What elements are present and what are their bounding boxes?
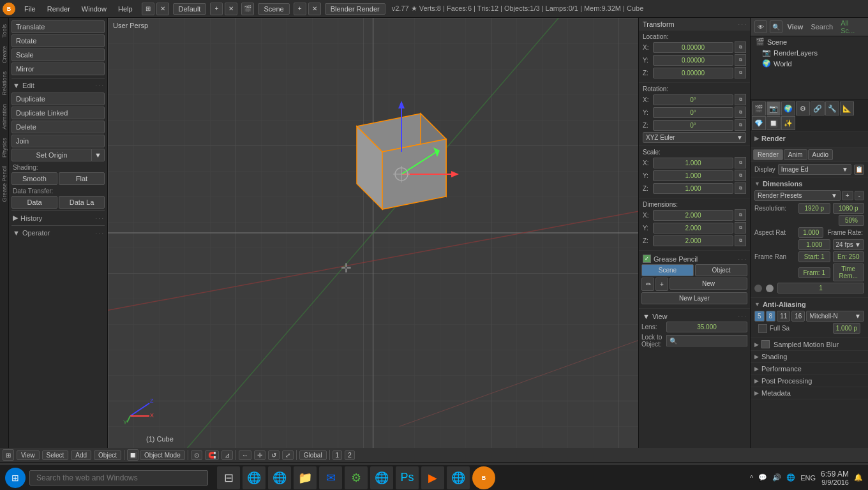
start-frame-input[interactable]: Start: 1: [798, 251, 830, 262]
operator-section-header[interactable]: ▼ Operator · · ·: [11, 227, 105, 239]
scene-selector[interactable]: Scene: [258, 3, 289, 15]
aa-5-btn[interactable]: 5: [754, 311, 765, 322]
lock-object-input[interactable]: 🔍: [666, 335, 747, 346]
remove-scene-icon[interactable]: ✕: [308, 3, 321, 15]
rotation-y-input[interactable]: 0°: [653, 107, 733, 118]
prop-tab-scene[interactable]: 🎬: [752, 101, 766, 115]
help-menu[interactable]: Help: [113, 4, 138, 14]
prop-tab-particles[interactable]: ✨: [781, 116, 795, 130]
add-menu-btn[interactable]: Add: [71, 450, 91, 460]
animation-tab[interactable]: Animation: [0, 100, 9, 133]
full-sample-val[interactable]: 1.000 p: [833, 323, 860, 334]
prop-tab-world[interactable]: 🌍: [781, 101, 795, 115]
dim-y-input[interactable]: 2.000: [653, 223, 733, 234]
rotation-z-input[interactable]: 0°: [653, 120, 733, 131]
location-z-input[interactable]: 0.00000: [653, 68, 733, 78]
delete-button[interactable]: Delete: [11, 121, 105, 133]
aa-16-btn[interactable]: 16: [791, 311, 805, 322]
full-sample-checkbox[interactable]: [758, 324, 767, 333]
layer1-btn[interactable]: 1: [333, 450, 343, 460]
taskbar-app-ie[interactable]: 🌐: [243, 466, 266, 489]
end-frame-input[interactable]: En: 250: [833, 251, 865, 262]
taskbar-app-explorer[interactable]: 📁: [294, 466, 317, 489]
rotation-x-input[interactable]: 0°: [653, 94, 733, 105]
scale-z-copy[interactable]: ⧉: [735, 182, 746, 194]
flat-button[interactable]: Flat: [59, 172, 105, 185]
scale-x-copy[interactable]: ⧉: [735, 157, 746, 168]
lens-input[interactable]: 35.000: [666, 322, 747, 332]
prop-tab-modifiers[interactable]: 🔧: [825, 101, 839, 115]
gp-new-button[interactable]: New: [670, 278, 747, 290]
prop-tab-data[interactable]: 📐: [840, 101, 854, 115]
proportional-btn[interactable]: ⊿: [221, 450, 233, 460]
sampled-motion-row[interactable]: ▶ Sampled Motion Blur: [751, 338, 868, 351]
grease-pencil-header[interactable]: ✓ Grease Pencil · · ·: [641, 253, 747, 264]
dim-x-copy[interactable]: ⧉: [735, 209, 746, 221]
cube-3d[interactable]: [318, 101, 465, 241]
translate-gizmo-btn[interactable]: ✛: [254, 450, 266, 460]
taskbar-search[interactable]: [29, 470, 208, 486]
outliner-search-btn[interactable]: 🔍: [770, 20, 782, 33]
res-y-input[interactable]: 1080 p: [833, 203, 865, 214]
mirror-button[interactable]: Mirror: [11, 63, 105, 75]
manipulator-btn[interactable]: ↔: [239, 450, 251, 460]
viewport[interactable]: User Persp: [108, 18, 638, 448]
edit-section-header[interactable]: ▼ Edit · · ·: [11, 80, 105, 91]
view-menu-btn[interactable]: View: [17, 450, 40, 460]
tools-tab[interactable]: Tools: [0, 20, 9, 41]
prop-tab-texture[interactable]: 🔲: [767, 116, 781, 130]
dim-x-input[interactable]: 2.000: [653, 210, 733, 221]
add-scene-icon[interactable]: +: [294, 3, 306, 15]
add-preset-btn[interactable]: +: [842, 191, 853, 200]
workspace-selector[interactable]: Default: [173, 3, 207, 15]
rotation-z-copy[interactable]: ⧉: [735, 119, 746, 131]
scale-z-input[interactable]: 1.000: [653, 183, 733, 194]
snap-btn[interactable]: 🧲: [205, 450, 219, 460]
set-origin-arrow[interactable]: ▼: [92, 149, 105, 161]
scale-y-input[interactable]: 1.000: [653, 170, 733, 181]
grease-pencil-checkbox[interactable]: ✓: [643, 255, 651, 263]
view-section-header[interactable]: ▼ View · · ·: [641, 311, 747, 322]
percent-input[interactable]: 50%: [839, 215, 864, 226]
file-menu[interactable]: File: [19, 4, 41, 14]
aa-11-btn[interactable]: 11: [777, 311, 790, 322]
layer2-btn[interactable]: 2: [345, 450, 355, 460]
grease-pencil-side-tab[interactable]: Grease Pencil: [0, 162, 9, 206]
close-layout-icon[interactable]: ✕: [156, 3, 169, 15]
scene-item[interactable]: 🎬 Scene: [751, 36, 868, 47]
location-x-input[interactable]: 0.00000: [653, 42, 733, 53]
taskbar-app-mail[interactable]: ✉: [319, 466, 342, 489]
scale-y-copy[interactable]: ⧉: [735, 170, 746, 181]
gp-object-button[interactable]: Object: [695, 264, 747, 276]
taskbar-app-browser2[interactable]: 🌐: [447, 466, 470, 489]
start-button[interactable]: ⊞: [5, 468, 26, 488]
location-y-input[interactable]: 0.00000: [653, 55, 733, 66]
render-icon[interactable]: 🎬: [241, 3, 254, 15]
gp-scene-button[interactable]: Scene: [641, 264, 694, 276]
aspect-x-input[interactable]: 1.000: [798, 227, 823, 238]
remove-preset-btn[interactable]: -: [855, 191, 864, 200]
rotation-mode-dropdown[interactable]: XYZ Euler ▼: [643, 132, 746, 143]
relations-tab[interactable]: Relations: [0, 68, 9, 100]
select-menu-btn[interactable]: Select: [42, 450, 69, 460]
render-layers-item[interactable]: 📷 RenderLayers: [751, 47, 868, 58]
window-menu[interactable]: Window: [77, 4, 112, 14]
framerate-dropdown[interactable]: 24 fps ▼: [833, 239, 865, 250]
history-section-header[interactable]: ▶ History · · ·: [11, 212, 105, 224]
taskbar-app-chrome2[interactable]: 🌐: [370, 466, 393, 489]
object-icon[interactable]: 🔲: [127, 449, 138, 461]
rotation-y-copy[interactable]: ⧉: [735, 107, 746, 118]
dim-y-copy[interactable]: ⧉: [735, 222, 746, 234]
prop-tab-object[interactable]: ⚙: [796, 101, 810, 115]
taskbar-app-photoshop[interactable]: Ps: [396, 466, 419, 489]
render-section-header[interactable]: ▶ Render: [754, 135, 864, 142]
gp-plus-icon[interactable]: +: [655, 278, 668, 291]
object-menu-btn[interactable]: Object: [94, 450, 121, 460]
data-button[interactable]: Data: [11, 196, 57, 209]
join-button[interactable]: Join: [11, 135, 105, 147]
taskbar-app-chrome[interactable]: 🌐: [268, 466, 291, 489]
add-workspace-icon[interactable]: +: [210, 3, 223, 15]
render-subtab-audio[interactable]: Audio: [808, 149, 834, 160]
res-x-input[interactable]: 1920 p: [798, 203, 830, 214]
blender-logo[interactable]: B: [3, 3, 15, 15]
